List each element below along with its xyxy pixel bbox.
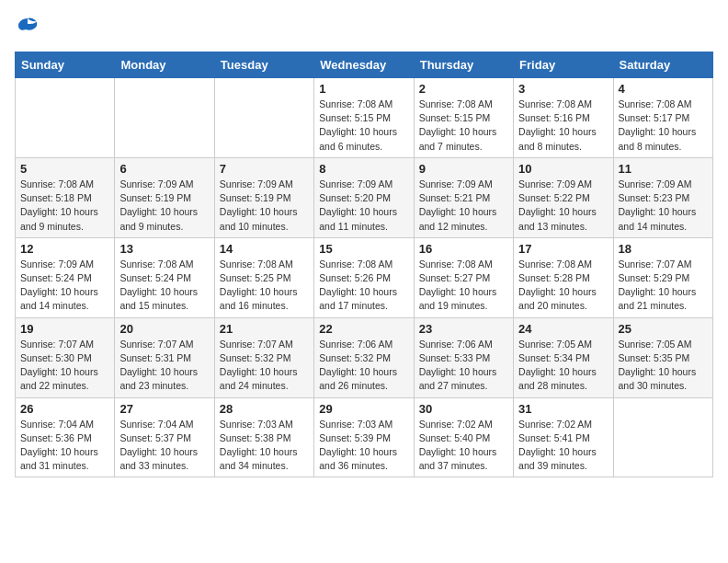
calendar-cell: 23Sunrise: 7:06 AM Sunset: 5:33 PM Dayli… <box>414 317 513 397</box>
calendar-week-row: 1Sunrise: 7:08 AM Sunset: 5:15 PM Daylig… <box>16 78 713 158</box>
day-info: Sunrise: 7:08 AM Sunset: 5:18 PM Dayligh… <box>20 178 109 234</box>
calendar-cell: 13Sunrise: 7:08 AM Sunset: 5:24 PM Dayli… <box>115 237 214 317</box>
calendar-cell: 28Sunrise: 7:03 AM Sunset: 5:38 PM Dayli… <box>214 397 313 477</box>
day-info: Sunrise: 7:09 AM Sunset: 5:22 PM Dayligh… <box>518 178 608 234</box>
day-number: 25 <box>619 322 708 336</box>
day-info: Sunrise: 7:09 AM Sunset: 5:23 PM Dayligh… <box>619 178 708 234</box>
day-info: Sunrise: 7:04 AM Sunset: 5:36 PM Dayligh… <box>20 418 109 474</box>
day-number: 7 <box>220 162 309 176</box>
day-info: Sunrise: 7:09 AM Sunset: 5:21 PM Dayligh… <box>419 178 508 234</box>
weekday-header-thursday: Thursday <box>414 52 513 78</box>
day-number: 18 <box>619 242 708 256</box>
day-number: 11 <box>619 162 708 176</box>
day-info: Sunrise: 7:05 AM Sunset: 5:35 PM Dayligh… <box>619 338 708 394</box>
calendar-cell: 27Sunrise: 7:04 AM Sunset: 5:37 PM Dayli… <box>115 397 214 477</box>
day-info: Sunrise: 7:06 AM Sunset: 5:33 PM Dayligh… <box>419 338 508 394</box>
calendar-cell: 19Sunrise: 7:07 AM Sunset: 5:30 PM Dayli… <box>16 317 115 397</box>
day-number: 16 <box>419 242 508 256</box>
day-number: 31 <box>518 402 608 416</box>
calendar-week-row: 5Sunrise: 7:08 AM Sunset: 5:18 PM Daylig… <box>16 157 713 237</box>
day-number: 1 <box>319 82 408 96</box>
calendar-cell: 1Sunrise: 7:08 AM Sunset: 5:15 PM Daylig… <box>314 78 414 158</box>
day-number: 17 <box>518 242 608 256</box>
day-number: 8 <box>319 162 408 176</box>
day-info: Sunrise: 7:08 AM Sunset: 5:17 PM Dayligh… <box>619 98 708 154</box>
logo <box>15 15 44 40</box>
calendar-cell: 25Sunrise: 7:05 AM Sunset: 5:35 PM Dayli… <box>613 317 712 397</box>
calendar-cell: 17Sunrise: 7:08 AM Sunset: 5:28 PM Dayli… <box>514 237 613 317</box>
day-info: Sunrise: 7:08 AM Sunset: 5:24 PM Dayligh… <box>119 258 209 314</box>
weekday-header-tuesday: Tuesday <box>214 52 313 78</box>
day-info: Sunrise: 7:09 AM Sunset: 5:24 PM Dayligh… <box>20 258 109 314</box>
day-info: Sunrise: 7:08 AM Sunset: 5:16 PM Dayligh… <box>518 98 608 154</box>
weekday-header-row: SundayMondayTuesdayWednesdayThursdayFrid… <box>16 52 713 78</box>
day-number: 12 <box>20 242 109 256</box>
page-header <box>15 15 713 40</box>
calendar-cell: 5Sunrise: 7:08 AM Sunset: 5:18 PM Daylig… <box>16 157 115 237</box>
calendar-cell: 8Sunrise: 7:09 AM Sunset: 5:20 PM Daylig… <box>314 157 414 237</box>
day-number: 21 <box>220 322 309 336</box>
calendar-cell: 24Sunrise: 7:05 AM Sunset: 5:34 PM Dayli… <box>514 317 613 397</box>
calendar-cell: 21Sunrise: 7:07 AM Sunset: 5:32 PM Dayli… <box>214 317 313 397</box>
calendar-cell: 3Sunrise: 7:08 AM Sunset: 5:16 PM Daylig… <box>514 78 613 158</box>
calendar-cell <box>214 78 313 158</box>
day-info: Sunrise: 7:08 AM Sunset: 5:25 PM Dayligh… <box>220 258 309 314</box>
day-number: 9 <box>419 162 508 176</box>
day-number: 27 <box>119 402 209 416</box>
day-info: Sunrise: 7:02 AM Sunset: 5:40 PM Dayligh… <box>419 418 508 474</box>
weekday-header-sunday: Sunday <box>16 52 115 78</box>
calendar-cell <box>16 78 115 158</box>
day-info: Sunrise: 7:09 AM Sunset: 5:19 PM Dayligh… <box>220 178 309 234</box>
day-info: Sunrise: 7:07 AM Sunset: 5:32 PM Dayligh… <box>220 338 309 394</box>
day-number: 13 <box>119 242 209 256</box>
day-info: Sunrise: 7:09 AM Sunset: 5:20 PM Dayligh… <box>319 178 408 234</box>
weekday-header-wednesday: Wednesday <box>314 52 414 78</box>
calendar-cell: 26Sunrise: 7:04 AM Sunset: 5:36 PM Dayli… <box>16 397 115 477</box>
day-number: 26 <box>20 402 109 416</box>
day-info: Sunrise: 7:08 AM Sunset: 5:26 PM Dayligh… <box>319 258 408 314</box>
calendar-cell: 22Sunrise: 7:06 AM Sunset: 5:32 PM Dayli… <box>314 317 414 397</box>
calendar-cell: 11Sunrise: 7:09 AM Sunset: 5:23 PM Dayli… <box>613 157 712 237</box>
calendar-cell <box>613 397 712 477</box>
logo-bird-icon <box>15 15 40 40</box>
calendar-cell: 12Sunrise: 7:09 AM Sunset: 5:24 PM Dayli… <box>16 237 115 317</box>
day-info: Sunrise: 7:08 AM Sunset: 5:28 PM Dayligh… <box>518 258 608 314</box>
day-info: Sunrise: 7:02 AM Sunset: 5:41 PM Dayligh… <box>518 418 608 474</box>
calendar-cell: 15Sunrise: 7:08 AM Sunset: 5:26 PM Dayli… <box>314 237 414 317</box>
weekday-header-friday: Friday <box>514 52 613 78</box>
day-info: Sunrise: 7:06 AM Sunset: 5:32 PM Dayligh… <box>319 338 408 394</box>
day-info: Sunrise: 7:08 AM Sunset: 5:15 PM Dayligh… <box>419 98 508 154</box>
calendar-cell: 30Sunrise: 7:02 AM Sunset: 5:40 PM Dayli… <box>414 397 513 477</box>
calendar-week-row: 19Sunrise: 7:07 AM Sunset: 5:30 PM Dayli… <box>16 317 713 397</box>
day-info: Sunrise: 7:05 AM Sunset: 5:34 PM Dayligh… <box>518 338 608 394</box>
calendar-cell: 2Sunrise: 7:08 AM Sunset: 5:15 PM Daylig… <box>414 78 513 158</box>
day-info: Sunrise: 7:03 AM Sunset: 5:39 PM Dayligh… <box>319 418 408 474</box>
day-info: Sunrise: 7:07 AM Sunset: 5:29 PM Dayligh… <box>619 258 708 314</box>
day-info: Sunrise: 7:07 AM Sunset: 5:30 PM Dayligh… <box>20 338 109 394</box>
day-info: Sunrise: 7:03 AM Sunset: 5:38 PM Dayligh… <box>220 418 309 474</box>
day-number: 6 <box>119 162 209 176</box>
day-number: 15 <box>319 242 408 256</box>
day-number: 19 <box>20 322 109 336</box>
calendar-cell: 16Sunrise: 7:08 AM Sunset: 5:27 PM Dayli… <box>414 237 513 317</box>
calendar-cell: 18Sunrise: 7:07 AM Sunset: 5:29 PM Dayli… <box>613 237 712 317</box>
day-info: Sunrise: 7:04 AM Sunset: 5:37 PM Dayligh… <box>119 418 209 474</box>
calendar-cell: 4Sunrise: 7:08 AM Sunset: 5:17 PM Daylig… <box>613 78 712 158</box>
calendar-cell: 7Sunrise: 7:09 AM Sunset: 5:19 PM Daylig… <box>214 157 313 237</box>
day-number: 5 <box>20 162 109 176</box>
calendar-cell: 31Sunrise: 7:02 AM Sunset: 5:41 PM Dayli… <box>514 397 613 477</box>
calendar-cell: 29Sunrise: 7:03 AM Sunset: 5:39 PM Dayli… <box>314 397 414 477</box>
calendar-cell <box>115 78 214 158</box>
weekday-header-saturday: Saturday <box>613 52 712 78</box>
day-number: 10 <box>518 162 608 176</box>
day-info: Sunrise: 7:08 AM Sunset: 5:15 PM Dayligh… <box>319 98 408 154</box>
calendar-cell: 14Sunrise: 7:08 AM Sunset: 5:25 PM Dayli… <box>214 237 313 317</box>
calendar-week-row: 26Sunrise: 7:04 AM Sunset: 5:36 PM Dayli… <box>16 397 713 477</box>
day-number: 20 <box>119 322 209 336</box>
day-number: 2 <box>419 82 508 96</box>
calendar-table: SundayMondayTuesdayWednesdayThursdayFrid… <box>15 52 713 477</box>
calendar-cell: 6Sunrise: 7:09 AM Sunset: 5:19 PM Daylig… <box>115 157 214 237</box>
day-info: Sunrise: 7:07 AM Sunset: 5:31 PM Dayligh… <box>119 338 209 394</box>
calendar-cell: 20Sunrise: 7:07 AM Sunset: 5:31 PM Dayli… <box>115 317 214 397</box>
day-number: 28 <box>220 402 309 416</box>
